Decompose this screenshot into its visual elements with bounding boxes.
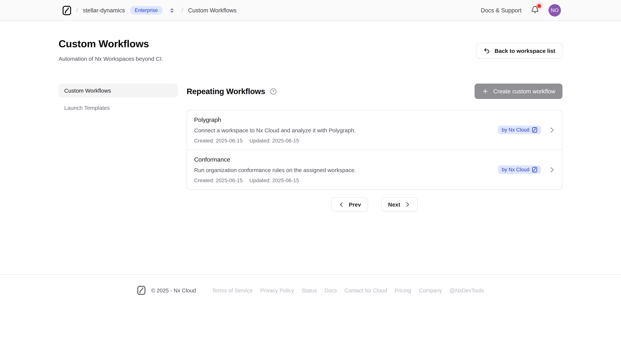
undo-arrow-icon: [483, 47, 491, 54]
next-page-button[interactable]: Next: [381, 197, 417, 211]
page-content: Custom Workflows Automation of Nx Worksp…: [0, 21, 621, 274]
sidebar-item[interactable]: Launch Templates: [59, 101, 178, 115]
chevron-right-icon: [548, 166, 556, 173]
create-button-label: Create custom workflow: [493, 88, 555, 95]
svg-text:?: ?: [272, 89, 275, 93]
help-icon[interactable]: ?: [270, 88, 277, 95]
page-head: Custom Workflows Automation of Nx Worksp…: [59, 38, 562, 62]
breadcrumb-separator: /: [182, 7, 183, 14]
workflow-created: Created: 2025-06-15: [194, 137, 242, 144]
prev-page-button[interactable]: Prev: [331, 197, 368, 211]
workflow-updated: Updated: 2025-06-15: [249, 177, 299, 184]
nx-logo-footer-icon: [137, 286, 145, 295]
sidebar-item-label: Custom Workflows: [64, 87, 111, 94]
docs-support-link[interactable]: Docs & Support: [481, 7, 521, 14]
notifications-button[interactable]: [531, 5, 539, 15]
avatar[interactable]: NO: [549, 4, 561, 16]
back-button-label: Back to workspace list: [495, 47, 555, 54]
nx-logo-mini-icon: [532, 127, 537, 133]
footer-link[interactable]: Company: [419, 287, 442, 293]
plan-badge: Enterprise: [130, 6, 163, 15]
footer-link[interactable]: Pricing: [395, 287, 411, 293]
workflow-description: Run organization conformance rules on th…: [194, 166, 356, 174]
chevron-left-icon: [338, 201, 345, 207]
page-title: Custom Workflows: [59, 38, 163, 50]
breadcrumb: / stellar-dynamics Enterprise / Custom W…: [62, 5, 237, 15]
workflow-row[interactable]: Polygraph Connect a workspace to Nx Clou…: [187, 110, 562, 150]
copyright-text: © 2025 - Nx Cloud: [151, 287, 196, 293]
create-custom-workflow-button[interactable]: Create custom workflow: [474, 84, 562, 99]
chevron-right-icon: [548, 126, 556, 134]
nx-logo-icon[interactable]: [62, 5, 71, 15]
app-root: / stellar-dynamics Enterprise / Custom W…: [0, 0, 621, 364]
sidebar-item-label: Launch Templates: [64, 105, 110, 111]
page-subtitle: Automation of Nx Workspaces beyond CI.: [59, 55, 163, 62]
badge-label: by Nx Cloud: [502, 127, 529, 133]
repeating-workflows-section: Repeating Workflows ?: [187, 84, 562, 211]
footer: © 2025 - Nx Cloud Terms of ServicePrivac…: [0, 274, 621, 295]
footer-link[interactable]: Privacy Policy: [260, 287, 294, 293]
top-nav: / stellar-dynamics Enterprise / Custom W…: [0, 0, 621, 21]
sidebar-item[interactable]: Custom Workflows: [59, 84, 178, 97]
workflow-created: Created: 2025-06-15: [194, 177, 242, 184]
nx-logo-mini-icon: [532, 167, 537, 173]
back-to-workspace-list-button[interactable]: Back to workspace list: [476, 43, 562, 59]
by-nx-cloud-badge[interactable]: by Nx Cloud: [498, 165, 541, 174]
workflow-name: Polygraph: [194, 116, 356, 124]
next-label: Next: [388, 201, 400, 207]
footer-link[interactable]: Docs: [325, 287, 337, 293]
settings-sidebar: Custom Workflows Launch Templates: [59, 84, 178, 211]
prev-label: Prev: [349, 201, 361, 207]
footer-link[interactable]: Terms of Service: [212, 287, 253, 293]
notification-dot: [537, 4, 541, 8]
section-heading: Repeating Workflows: [187, 87, 265, 96]
breadcrumb-separator: /: [76, 7, 78, 14]
by-nx-cloud-badge[interactable]: by Nx Cloud: [498, 126, 541, 134]
footer-links: Terms of ServicePrivacy PolicyStatusDocs…: [212, 287, 484, 293]
badge-label: by Nx Cloud: [502, 167, 529, 173]
workflow-updated: Updated: 2025-06-15: [249, 137, 299, 144]
pagination: Prev Next: [187, 197, 562, 211]
chevron-right-icon: [404, 201, 411, 207]
workflow-list-card: Polygraph Connect a workspace to Nx Clou…: [187, 110, 562, 190]
workflow-row[interactable]: Conformance Run organization conformance…: [187, 150, 562, 189]
workflow-description: Connect a workspace to Nx Cloud and anal…: [194, 127, 356, 134]
workspace-switcher-icon[interactable]: [169, 7, 175, 14]
footer-link[interactable]: Status: [301, 287, 317, 293]
nav-actions: Docs & Support NO: [481, 4, 561, 16]
workflow-name: Conformance: [194, 156, 356, 164]
plus-icon: [482, 88, 489, 95]
breadcrumb-org[interactable]: stellar-dynamics: [83, 7, 125, 14]
breadcrumb-page[interactable]: Custom Workflows: [188, 7, 237, 14]
footer-link[interactable]: Contact Nx Cloud: [345, 287, 387, 293]
footer-link[interactable]: @NxDevTools: [449, 287, 484, 293]
